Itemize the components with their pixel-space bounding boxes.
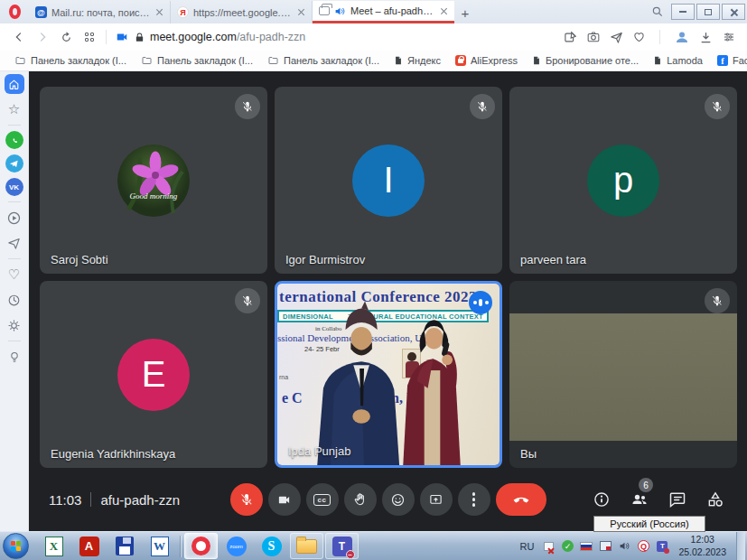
- bookmark-folder-3[interactable]: Панель закладок (I...: [267, 55, 379, 66]
- speaking-indicator-icon: [469, 291, 492, 314]
- teams-icon: T–: [332, 537, 352, 556]
- telegram-icon[interactable]: [5, 154, 23, 173]
- bookmark-folder-1[interactable]: Панель закладок (I...: [14, 55, 126, 66]
- lock-icon[interactable]: [135, 32, 145, 43]
- address-bar: meet.google.com/afu-padh-zzn: [0, 23, 747, 51]
- downloads-icon[interactable]: [699, 31, 713, 44]
- meeting-details-button[interactable]: [590, 488, 613, 511]
- activities-button[interactable]: [704, 488, 727, 511]
- close-tab-icon[interactable]: [440, 7, 448, 15]
- bookmark-lamoda[interactable]: Lamoda: [653, 55, 703, 66]
- taskbar-clock[interactable]: 12:03 25.02.2023: [678, 534, 726, 557]
- participant-tile-you[interactable]: Вы: [509, 281, 737, 468]
- participant-tile-igor-burmistrov[interactable]: I Igor Burmistrov: [275, 87, 502, 274]
- people-button[interactable]: 6: [628, 488, 651, 511]
- bookmark-facebook[interactable]: f Facebook: [717, 55, 747, 66]
- my-flow-icon[interactable]: [5, 233, 24, 253]
- back-icon[interactable]: [7, 26, 31, 48]
- profile-avatar-icon[interactable]: [674, 29, 690, 45]
- easy-setup-icon[interactable]: [722, 31, 736, 43]
- sidebar-divider: [8, 341, 21, 341]
- action-center-flag-icon[interactable]: [542, 540, 555, 553]
- search-icon[interactable]: [644, 5, 671, 18]
- edit-collection-icon[interactable]: [564, 31, 577, 44]
- q-app-tray-icon[interactable]: Q: [637, 540, 649, 553]
- end-call-button[interactable]: [496, 483, 546, 516]
- tab-meet-active[interactable]: Meet – afu-padh-zzn: [313, 1, 454, 23]
- captions-button[interactable]: cc: [306, 483, 339, 516]
- flower-avatar-photo: Good morning: [117, 145, 190, 217]
- bookmark-yandex[interactable]: Яндекс: [394, 55, 441, 66]
- reload-icon[interactable]: [54, 26, 78, 48]
- volume-icon[interactable]: [618, 540, 630, 553]
- system-tray: RU ✓ Q T 12:03 25.02.2023: [520, 532, 747, 560]
- url-field[interactable]: meet.google.com/afu-padh-zzn: [115, 31, 564, 43]
- participant-tile-parveen-tara[interactable]: p parveen tara: [509, 87, 737, 274]
- antivirus-ok-icon[interactable]: ✓: [561, 540, 574, 553]
- settings-gear-icon[interactable]: [5, 315, 24, 335]
- close-tab-icon[interactable]: [155, 8, 163, 16]
- start-button[interactable]: [3, 533, 29, 559]
- minimize-button[interactable]: [671, 4, 695, 20]
- participant-tile-ipda-punjab[interactable]: ternational Conference 2023 DIMENSIONAL …: [275, 281, 502, 468]
- history-clock-icon[interactable]: [5, 290, 24, 310]
- speed-dial-home-icon[interactable]: [5, 74, 24, 94]
- reactions-button[interactable]: [382, 483, 415, 516]
- more-options-button[interactable]: [458, 483, 490, 516]
- participant-name: parveen tara: [520, 253, 586, 266]
- ideas-bulb-icon[interactable]: [5, 347, 24, 367]
- bookmarks-star-icon[interactable]: ☆: [5, 99, 24, 119]
- whatsapp-icon[interactable]: [5, 131, 23, 149]
- taskbar-skype[interactable]: S: [255, 533, 288, 559]
- russian-flag-icon[interactable]: [580, 540, 593, 553]
- chat-button[interactable]: [666, 488, 689, 511]
- snapshot-icon[interactable]: [586, 31, 601, 43]
- taskbar-zoom[interactable]: zoom: [219, 533, 253, 559]
- meeting-meta: 11:03 afu-padh-zzn: [49, 492, 180, 508]
- bookmark-aliexpress[interactable]: AliExpress: [455, 55, 518, 66]
- vk-icon[interactable]: VK: [5, 178, 23, 196]
- taskbar-word[interactable]: W: [143, 533, 176, 559]
- excel-icon: X: [45, 537, 63, 556]
- meeting-clock: 11:03: [49, 492, 81, 508]
- bookmark-booking[interactable]: Бронирование оте...: [532, 55, 639, 66]
- mic-off-icon: [705, 288, 730, 313]
- mic-off-icon: [235, 288, 260, 313]
- sidebar-divider: [8, 125, 21, 126]
- taskbar-save[interactable]: [107, 533, 141, 559]
- taskbar-explorer[interactable]: [290, 533, 323, 559]
- participant-tile-eugenia-yadrikhinskaya[interactable]: E Eugenia Yadrikhinskaya: [40, 281, 267, 468]
- camera-active-icon[interactable]: [115, 31, 129, 43]
- taskbar-opera[interactable]: [184, 533, 218, 559]
- new-tab-button[interactable]: +: [454, 5, 476, 23]
- player-icon[interactable]: [5, 208, 24, 228]
- mic-muted-button[interactable]: [230, 483, 263, 516]
- close-tab-icon[interactable]: [297, 8, 305, 16]
- display-tray-icon[interactable]: [599, 540, 612, 553]
- show-desktop-button[interactable]: [736, 532, 745, 560]
- maximize-button[interactable]: [696, 4, 720, 20]
- language-indicator[interactable]: RU: [520, 541, 535, 552]
- avatar-caption: Good morning: [130, 191, 178, 201]
- close-window-button[interactable]: [722, 4, 745, 20]
- tab-title: https://meet.google.com/a: [193, 7, 293, 18]
- tab-mailru[interactable]: @ Mail.ru: почта, поиск в ин: [29, 1, 171, 23]
- speed-dial-icon[interactable]: [78, 26, 101, 48]
- avatar: E: [117, 339, 190, 411]
- bookmark-folder-2[interactable]: Панель закладок (I...: [141, 55, 253, 66]
- opera-logo-icon[interactable]: [0, 0, 29, 23]
- taskbar-excel[interactable]: X: [37, 533, 70, 559]
- favorites-heart-icon[interactable]: ♡: [5, 265, 24, 285]
- present-screen-button[interactable]: [420, 483, 453, 516]
- camera-button[interactable]: [268, 483, 301, 516]
- taskbar-acrobat[interactable]: A: [72, 533, 106, 559]
- tab-meet-join[interactable]: Я https://meet.google.com/a: [171, 1, 313, 23]
- send-to-flow-icon[interactable]: [610, 31, 623, 44]
- forward-icon[interactable]: [31, 26, 54, 48]
- teams-tray-icon[interactable]: T: [656, 540, 668, 553]
- participant-tile-saroj-sobti[interactable]: Good morning Saroj Sobti: [40, 87, 267, 274]
- self-video-frame: [509, 313, 737, 441]
- taskbar-teams[interactable]: T–: [325, 533, 359, 559]
- raise-hand-button[interactable]: [344, 483, 377, 516]
- heart-icon[interactable]: [632, 31, 646, 43]
